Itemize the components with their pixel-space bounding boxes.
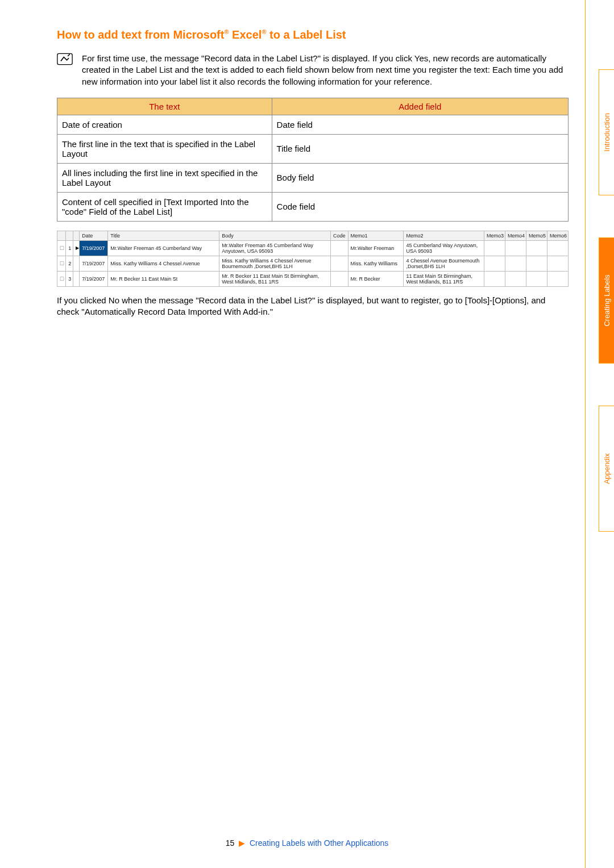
grid-cell-memo4 (505, 256, 526, 271)
table-cell-text: Content of cell specified in [Text Impor… (57, 192, 272, 221)
footer-link[interactable]: Creating Labels with Other Applications (250, 838, 388, 848)
grid-header-cell (57, 231, 66, 240)
grid-header-cell (73, 231, 80, 240)
grid-cell-date: 7/19/2007 (80, 240, 108, 256)
table-cell-added: Title field (272, 134, 568, 163)
section-heading: How to add text from Microsoft® Excel® t… (57, 28, 569, 41)
table-cell-text: The first line in the text that is speci… (57, 134, 272, 163)
reg-mark: ® (262, 28, 266, 35)
side-tab-label: Creating Labels (603, 274, 611, 326)
table-header-row: The text Added field (57, 98, 569, 115)
grid-header-cell: Title (108, 231, 219, 240)
heading-text-post: to a Label List (267, 28, 346, 41)
table-cell-added: Date field (272, 115, 568, 134)
reg-mark: ® (224, 28, 229, 35)
grid-cell-memo5 (526, 271, 547, 286)
grid-cell-title: Miss. Kathy Williams 4 Chessel Avenue (108, 256, 219, 271)
label-list-grid: DateTitleBodyCodeMemo1Memo2Memo3Memo4Mem… (57, 231, 569, 287)
side-tab-label: Introduction (603, 113, 611, 152)
heading-text-mid: Excel (229, 28, 262, 41)
table-row: Date of creationDate field (57, 115, 569, 134)
grid-cell-memo2: 4 Chessel Avenue Bournemouth ,Dorset,BH5… (404, 256, 484, 271)
grid-header-cell: Code (331, 231, 348, 240)
grid-cell-code (331, 256, 348, 271)
grid-cell-memo1: Mr.Walter Freeman (348, 240, 404, 256)
grid-header-cell: Body (219, 231, 331, 240)
grid-cell-memo4 (505, 240, 526, 256)
table-row: The first line in the text that is speci… (57, 134, 569, 163)
grid-cell-memo1: Miss. Kathy Williams (348, 256, 404, 271)
grid-cell-memo2: 11 East Main St Birmingham, West Midland… (404, 271, 484, 286)
closing-paragraph: If you clicked No when the message "Reco… (57, 295, 569, 318)
grid-cell-memo1: Mr. R Becker (348, 271, 404, 286)
grid-rownum: 2 (66, 256, 73, 271)
grid-cell-memo5 (526, 256, 547, 271)
grid-header-cell: Date (80, 231, 108, 240)
grid-header-cell: Memo1 (348, 231, 404, 240)
grid-cell-code (331, 271, 348, 286)
page-number: 15 (226, 838, 235, 848)
side-tab-appendix[interactable]: Appendix (599, 406, 614, 532)
side-tab-introduction[interactable]: Introduction (599, 69, 614, 195)
grid-rownum: 1 (66, 240, 73, 256)
note-block: For first time use, the message "Record … (57, 53, 569, 87)
table-row: All lines including the first line in te… (57, 163, 569, 192)
grid-cell-date: 7/19/2007 (80, 271, 108, 286)
grid-header-cell: Memo3 (484, 231, 505, 240)
grid-cell-memo2: 45 Cumberland Way Anyutown, USA 95093 (404, 240, 484, 256)
grid-cell-memo6 (547, 240, 568, 256)
table-cell-text: All lines including the first line in te… (57, 163, 272, 192)
grid-header-cell: Memo5 (526, 231, 547, 240)
svg-rect-0 (57, 53, 72, 64)
grid-header-row: DateTitleBodyCodeMemo1Memo2Memo3Memo4Mem… (57, 231, 569, 240)
grid-cell-body: Mr.Walter Freeman 45 Cumberland Way Anyu… (219, 240, 331, 256)
page-content: How to add text from Microsoft® Excel® t… (57, 28, 569, 828)
grid-header-cell: Memo6 (547, 231, 568, 240)
grid-cell-memo5 (526, 240, 547, 256)
side-tab-label: Appendix (603, 453, 611, 484)
grid-header-cell (66, 231, 73, 240)
side-navigation: Introduction Creating Labels Appendix (585, 0, 614, 868)
grid-row-indicator: ▶ (73, 240, 80, 256)
grid-cell-memo4 (505, 271, 526, 286)
grid-cell-memo3 (484, 240, 505, 256)
grid-rownum: 3 (66, 271, 73, 286)
grid-row: ☐27/19/2007Miss. Kathy Williams 4 Chesse… (57, 256, 569, 271)
note-icon (57, 53, 73, 65)
grid-cell-title: Mr.Walter Freeman 45 Cumberland Way (108, 240, 219, 256)
table-header-added: Added field (272, 98, 568, 115)
grid-cell-code (331, 240, 348, 256)
field-mapping-table: The text Added field Date of creationDat… (57, 98, 569, 222)
grid-header-cell: Memo2 (404, 231, 484, 240)
label-list-screenshot: DateTitleBodyCodeMemo1Memo2Memo3Memo4Mem… (57, 231, 569, 287)
grid-checkbox: ☐ (57, 240, 66, 256)
table-cell-added: Code field (272, 192, 568, 221)
grid-cell-memo6 (547, 256, 568, 271)
table-cell-added: Body field (272, 163, 568, 192)
grid-cell-memo3 (484, 271, 505, 286)
grid-row-indicator (73, 271, 80, 286)
heading-text-pre: How to add text from Microsoft (57, 28, 224, 41)
grid-checkbox: ☐ (57, 256, 66, 271)
grid-cell-date: 7/19/2007 (80, 256, 108, 271)
grid-row-indicator (73, 256, 80, 271)
grid-cell-memo6 (547, 271, 568, 286)
table-header-text: The text (57, 98, 272, 115)
grid-cell-memo3 (484, 256, 505, 271)
grid-checkbox: ☐ (57, 271, 66, 286)
page-footer: 15 ▶ Creating Labels with Other Applicat… (0, 838, 614, 848)
table-cell-text: Date of creation (57, 115, 272, 134)
grid-header-cell: Memo4 (505, 231, 526, 240)
grid-cell-body: Miss. Kathy Williams 4 Chessel Avenue Bo… (219, 256, 331, 271)
grid-cell-title: Mr. R Becker 11 East Main St (108, 271, 219, 286)
side-tab-creating-labels[interactable]: Creating Labels (599, 237, 614, 364)
grid-row: ☐37/19/2007Mr. R Becker 11 East Main StM… (57, 271, 569, 286)
grid-cell-body: Mr. R Becker 11 East Main St Birmingham,… (219, 271, 331, 286)
note-text: For first time use, the message "Record … (82, 53, 569, 87)
table-row: Content of cell specified in [Text Impor… (57, 192, 569, 221)
footer-triangle-icon: ▶ (239, 838, 245, 848)
grid-row: ☐1▶7/19/2007Mr.Walter Freeman 45 Cumberl… (57, 240, 569, 256)
